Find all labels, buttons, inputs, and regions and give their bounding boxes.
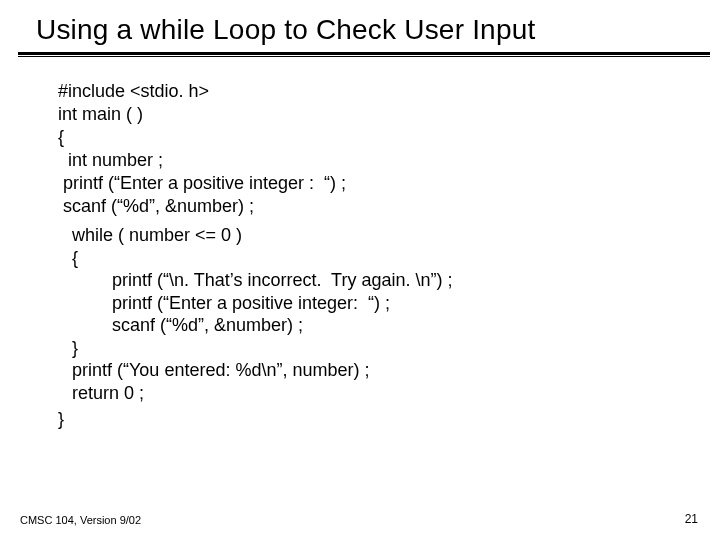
- title-divider: [18, 52, 710, 58]
- code-line: printf (“Enter a positive integer: “) ;: [72, 292, 720, 315]
- code-line: int number ;: [58, 149, 720, 172]
- code-line: scanf (“%d”, &number) ;: [72, 314, 720, 337]
- code-line: printf (“You entered: %d\n”, number) ;: [72, 359, 720, 382]
- code-line: scanf (“%d”, &number) ;: [58, 195, 720, 218]
- code-line: #include <stdio. h>: [58, 80, 720, 103]
- code-line: {: [58, 126, 720, 149]
- slide-title: Using a while Loop to Check User Input: [0, 14, 720, 46]
- slide: Using a while Loop to Check User Input #…: [0, 0, 720, 540]
- code-line: return 0 ;: [72, 382, 720, 405]
- code-line: while ( number <= 0 ): [72, 224, 720, 247]
- code-block: #include <stdio. h> int main ( ) { int n…: [0, 58, 720, 431]
- code-line: }: [58, 408, 720, 431]
- code-line: printf (“\n. That’s incorrect. Try again…: [72, 269, 720, 292]
- inner-block: while ( number <= 0 ) { printf (“\n. Tha…: [58, 224, 720, 404]
- code-line: }: [72, 337, 720, 360]
- page-number: 21: [685, 512, 698, 526]
- code-line: int main ( ): [58, 103, 720, 126]
- code-line: {: [72, 247, 720, 270]
- footer-course: CMSC 104, Version 9/02: [20, 514, 141, 526]
- code-line: printf (“Enter a positive integer : “) ;: [58, 172, 720, 195]
